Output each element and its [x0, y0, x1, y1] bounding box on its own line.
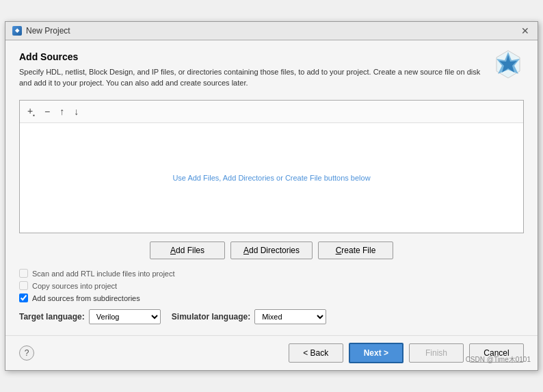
add-dirs-hint-link: Add Directories — [223, 174, 274, 182]
vivado-logo — [495, 49, 521, 79]
down-arrow-icon: ↓ — [74, 106, 79, 117]
section-description: Specify HDL, netlist, Block Design, and … — [19, 66, 484, 89]
add-icon: + — [27, 105, 33, 116]
hint-or: or — [274, 174, 285, 182]
scan-rtl-checkbox[interactable] — [19, 269, 28, 278]
back-button[interactable]: < Back — [289, 343, 343, 363]
simulator-language-group: Simulator language: Mixed Verilog VHDL S… — [172, 309, 326, 324]
title-bar-left: ◆ New Project — [12, 26, 70, 36]
create-file-button[interactable]: Create File — [318, 241, 393, 259]
scan-rtl-row: Scan and add RTL include files into proj… — [19, 269, 524, 278]
language-row: Target language: Verilog VHDL SystemVeri… — [19, 309, 524, 324]
remove-source-button[interactable]: − — [41, 104, 53, 119]
empty-hint: Use Add Files, Add Directories or Create… — [172, 174, 370, 182]
copy-sources-label: Copy sources into project — [32, 282, 117, 290]
section-title: Add Sources — [19, 51, 524, 62]
add-files-hint-link: Add Files — [187, 174, 219, 182]
dialog-title: New Project — [26, 26, 70, 36]
finish-label: Finish — [425, 348, 447, 358]
remove-icon: − — [44, 106, 50, 117]
create-file-hint-link: Create File — [285, 174, 322, 182]
close-button[interactable]: ✕ — [520, 26, 531, 36]
watermark: CSDN @Time木0101 — [466, 355, 531, 365]
simulator-language-label: Simulator language: — [172, 312, 250, 322]
dialog-content: Add Sources Specify HDL, netlist, Block … — [5, 40, 538, 336]
target-language-group: Target language: Verilog VHDL SystemVeri… — [19, 309, 161, 324]
action-buttons-row: Add Files Add Directories Create File — [19, 241, 524, 259]
file-toolbar: +▪ − ↑ ↓ — [20, 101, 523, 124]
move-down-button[interactable]: ↓ — [70, 104, 82, 119]
title-bar: ◆ New Project ✕ — [5, 22, 538, 40]
add-files-label: Add Files — [170, 246, 204, 255]
add-directories-button[interactable]: Add Directories — [230, 241, 313, 259]
up-arrow-icon: ↑ — [59, 106, 64, 117]
scan-rtl-label: Scan and add RTL include files into proj… — [32, 270, 175, 278]
file-panel: +▪ − ↑ ↓ Use Add Files, Add Directories … — [19, 100, 524, 234]
new-project-dialog: ◆ New Project ✕ Add Sources Specify HDL,… — [5, 21, 538, 371]
footer-left: ? — [19, 345, 34, 361]
logo-area — [495, 49, 521, 81]
add-directories-label: Add Directories — [243, 246, 300, 255]
help-icon: ? — [25, 348, 29, 358]
dialog-footer: ? < Back Next > Finish Cancel — [5, 335, 538, 370]
create-file-label: Create File — [336, 246, 376, 255]
target-language-select[interactable]: Verilog VHDL SystemVerilog — [89, 309, 161, 324]
add-source-button[interactable]: +▪ — [24, 103, 38, 120]
dialog-icon: ◆ — [12, 26, 22, 36]
add-subdirs-checkbox[interactable] — [19, 293, 28, 302]
add-files-button[interactable]: Add Files — [150, 241, 225, 259]
add-subdirs-row: Add sources from subdirectories — [19, 293, 524, 302]
hint-suffix: buttons below — [322, 174, 371, 182]
hint-prefix: Use — [172, 174, 187, 182]
finish-button[interactable]: Finish — [409, 343, 464, 363]
back-label: < Back — [303, 348, 328, 358]
file-list-area: Use Add Files, Add Directories or Create… — [20, 123, 523, 233]
options-area: Scan and add RTL include files into proj… — [19, 269, 524, 302]
move-up-button[interactable]: ↑ — [56, 104, 68, 119]
copy-sources-checkbox[interactable] — [19, 281, 28, 290]
next-label: Next > — [364, 348, 388, 358]
copy-sources-row: Copy sources into project — [19, 281, 524, 290]
next-button[interactable]: Next > — [349, 343, 403, 363]
simulator-language-select[interactable]: Mixed Verilog VHDL SystemVerilog — [254, 309, 326, 324]
target-language-label: Target language: — [19, 312, 85, 322]
help-button[interactable]: ? — [19, 345, 34, 361]
add-subdirs-label: Add sources from subdirectories — [32, 294, 140, 302]
